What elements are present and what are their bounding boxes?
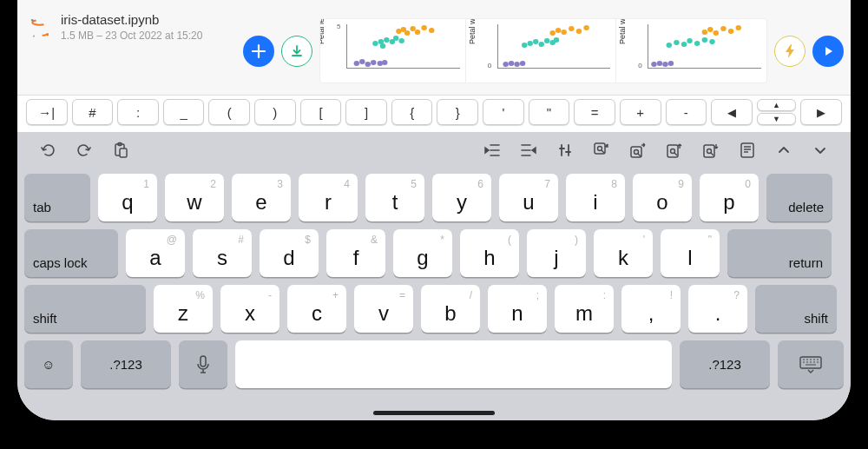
eq-key[interactable]: = — [574, 99, 615, 125]
flash-button[interactable] — [774, 36, 806, 67]
file-info-card[interactable]: iris-dataset.ipynb 1.5 MB – 23 Oct 2022 … — [17, 0, 243, 95]
key-i[interactable]: 8i — [566, 174, 625, 221]
lsq-key[interactable]: [ — [300, 99, 342, 125]
space-key[interactable] — [235, 340, 672, 388]
svg-point-53 — [702, 37, 707, 43]
key-x[interactable]: -x — [220, 285, 279, 333]
svg-point-15 — [380, 43, 385, 49]
squote-key[interactable]: ' — [483, 99, 524, 125]
key-h[interactable]: (h — [460, 229, 519, 277]
svg-point-54 — [710, 39, 715, 44]
svg-point-67 — [671, 149, 675, 154]
add-button[interactable] — [243, 36, 274, 67]
svg-point-47 — [736, 25, 741, 30]
key-d[interactable]: $d — [260, 229, 319, 277]
key-r[interactable]: 4r — [299, 174, 358, 221]
svg-point-65 — [635, 150, 639, 155]
comment-icon[interactable] — [556, 141, 575, 160]
replace-icon[interactable] — [628, 141, 648, 160]
chevron-down-icon[interactable] — [811, 141, 830, 160]
key-z[interactable]: %z — [154, 285, 213, 333]
svg-point-20 — [359, 59, 365, 64]
find-next-icon[interactable] — [701, 141, 720, 160]
key-w[interactable]: 2w — [165, 174, 224, 221]
svg-point-55 — [652, 62, 657, 67]
indent-key[interactable]: →| — [26, 99, 68, 125]
rsq-key[interactable]: ] — [345, 99, 387, 125]
plot-ylabel: Petal width (c — [618, 18, 627, 44]
paste-icon[interactable] — [111, 141, 130, 160]
rbrace-key[interactable]: } — [437, 99, 478, 125]
svg-point-28 — [569, 26, 574, 31]
plus-key[interactable]: + — [620, 99, 661, 125]
key-c[interactable]: +c — [287, 285, 346, 333]
svg-point-18 — [398, 38, 404, 43]
key-f[interactable]: &f — [326, 229, 385, 277]
svg-point-41 — [520, 61, 525, 66]
right-arrow-key[interactable]: ▶ — [800, 99, 842, 125]
svg-point-34 — [538, 42, 543, 47]
key-t[interactable]: 5t — [365, 174, 424, 221]
mic-key[interactable] — [179, 340, 227, 388]
find-prev-icon[interactable] — [665, 141, 684, 160]
key-b[interactable]: /b — [421, 285, 480, 333]
key-p[interactable]: 0p — [700, 174, 759, 221]
key-o[interactable]: 9o — [633, 174, 692, 221]
left-arrow-key[interactable]: ◀ — [711, 99, 753, 125]
find-icon[interactable] — [592, 141, 611, 160]
svg-point-52 — [694, 41, 700, 46]
download-button[interactable] — [281, 36, 312, 67]
key-n[interactable]: ;n — [488, 285, 547, 333]
key-.[interactable]: ?. — [688, 285, 747, 333]
indent-left-icon[interactable] — [519, 141, 538, 160]
dismiss-keyboard-key[interactable] — [778, 340, 844, 388]
key-y[interactable]: 6y — [432, 174, 491, 221]
key-a[interactable]: @a — [126, 229, 185, 277]
home-indicator[interactable] — [373, 411, 495, 415]
dquote-key[interactable]: " — [529, 99, 570, 125]
key-s[interactable]: #s — [193, 229, 252, 277]
symbol-row: →| # : _ ( ) [ ] { } ' " = + - ◀ ▲ ▼ ▶ — [17, 94, 851, 130]
underscore-key[interactable]: _ — [163, 99, 205, 125]
svg-point-26 — [556, 28, 561, 33]
capslock-key[interactable]: caps lock — [24, 229, 118, 277]
hash-key[interactable]: # — [72, 99, 114, 125]
svg-point-10 — [421, 25, 426, 30]
key-q[interactable]: 1q — [98, 174, 157, 221]
num-key-right[interactable]: .?123 — [680, 340, 770, 388]
play-button[interactable] — [812, 36, 844, 67]
up-arrow-key[interactable]: ▲ — [757, 99, 797, 111]
key-l[interactable]: "l — [661, 229, 720, 277]
chevron-up-icon[interactable] — [774, 141, 793, 160]
down-arrow-key[interactable]: ▼ — [757, 113, 797, 125]
redo-icon[interactable] — [75, 141, 94, 160]
docs-icon[interactable] — [738, 141, 757, 160]
svg-point-21 — [365, 62, 371, 67]
num-key-left[interactable]: .?123 — [81, 340, 171, 388]
shift-key-right[interactable]: shift — [755, 285, 837, 333]
minus-key[interactable]: - — [666, 99, 707, 125]
return-key[interactable]: return — [727, 229, 832, 277]
tab-key[interactable]: tab — [24, 174, 90, 221]
emoji-key[interactable]: ☺ — [24, 340, 73, 388]
colon-key[interactable]: : — [117, 99, 159, 125]
svg-point-31 — [522, 43, 527, 48]
key-,[interactable]: !, — [621, 285, 681, 333]
key-j[interactable]: )j — [527, 229, 586, 277]
jupyter-icon — [28, 16, 52, 40]
plot-previews: Petal length (c 5 Petal width (c — [319, 18, 767, 83]
undo-icon[interactable] — [38, 141, 57, 160]
shift-key-left[interactable]: shift — [24, 285, 146, 333]
key-e[interactable]: 3e — [232, 174, 291, 221]
key-g[interactable]: *g — [393, 229, 452, 277]
key-m[interactable]: :m — [555, 285, 614, 333]
key-k[interactable]: 'k — [594, 229, 653, 277]
indent-right-icon[interactable] — [483, 141, 502, 160]
svg-point-48 — [667, 43, 672, 48]
lparen-key[interactable]: ( — [208, 99, 250, 125]
rparen-key[interactable]: ) — [254, 99, 296, 125]
lbrace-key[interactable]: { — [391, 99, 433, 125]
key-v[interactable]: =v — [354, 285, 413, 333]
delete-key[interactable]: delete — [766, 174, 832, 221]
key-u[interactable]: 7u — [499, 174, 558, 221]
